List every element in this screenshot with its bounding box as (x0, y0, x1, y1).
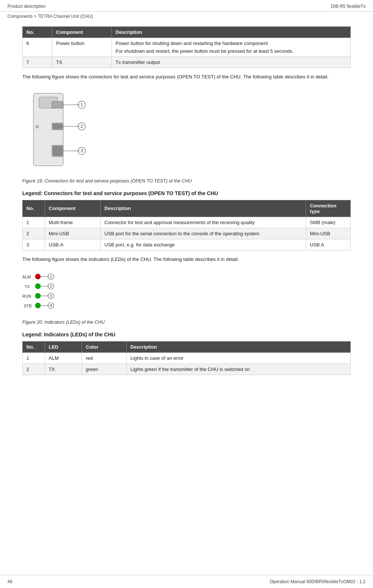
cell-no: 3 (23, 239, 45, 250)
conn-col-component: Component (45, 200, 101, 217)
svg-text:3: 3 (81, 148, 83, 154)
cell-description: USB port, e.g. for data exchange (101, 239, 306, 250)
cell-no: 1 (23, 217, 45, 228)
cell-description: Power button for shutting down and resta… (112, 38, 351, 57)
cell-description: Lights green if the transmitter of the C… (127, 364, 351, 375)
top-table: No. Component Description 6Power buttonP… (22, 26, 351, 68)
svg-text:3: 3 (50, 294, 52, 298)
conn-col-no: No. (23, 200, 45, 217)
cell-no: 6 (23, 38, 52, 57)
leds-col-description: Description (127, 342, 351, 353)
svg-point-18 (35, 274, 40, 279)
cell-no: 2 (23, 364, 45, 375)
svg-text:2: 2 (81, 124, 83, 129)
svg-text:1: 1 (81, 102, 83, 107)
cell-color: red (82, 353, 127, 364)
table-row: 6Power buttonPower button for shutting d… (23, 38, 351, 57)
cell-component: TX (52, 57, 112, 68)
cell-no: 2 (23, 228, 45, 239)
legend-connectors-title: Legend: Connectors for test and service … (22, 190, 351, 196)
header-right: DIB-R5 flexibleTx (331, 4, 366, 9)
table-row: 1ALMredLights in case of an error (23, 353, 351, 364)
svg-point-33 (35, 303, 40, 308)
figure20-caption: Figure 20: Indicators (LEDs) of the CHU (22, 320, 351, 325)
cell-connection_type: USB A (306, 239, 351, 250)
cell-led: TX (45, 364, 82, 375)
svg-text:ALM: ALM (22, 275, 31, 279)
figure20-container: ALM 1 TX 2 RUN 3 STB (22, 268, 351, 325)
svg-rect-5 (53, 124, 62, 129)
connector-diagram: 1 2 3 (22, 90, 108, 171)
led-diagram: ALM 1 TX 2 RUN 3 STB (22, 272, 89, 314)
led-section-text: The following figure shows the indicator… (22, 256, 351, 263)
svg-text:TX: TX (25, 284, 30, 289)
footer-page-number: 46 (7, 579, 12, 584)
top-table-col-no: No. (23, 27, 52, 38)
leds-col-led: LED (45, 342, 82, 353)
top-table-col-description: Description (112, 27, 351, 38)
svg-point-28 (35, 293, 40, 298)
figure19-caption: Figure 19: Connectors for test and servi… (22, 178, 351, 184)
svg-text:RUN: RUN (22, 294, 31, 298)
svg-text:STB: STB (24, 304, 32, 308)
cell-no: 1 (23, 353, 45, 364)
connector-section-text: The following figure shows the connector… (22, 73, 351, 81)
leds-col-color: Color (82, 342, 127, 353)
figure19-container: 1 2 3 Figure 19: Connectors for test and… (22, 86, 351, 184)
svg-point-23 (35, 284, 40, 289)
connector-svg: 1 2 3 (22, 90, 108, 171)
svg-rect-7 (53, 146, 62, 155)
table-row: 2Mini-USBUSB port for the serial connect… (23, 228, 351, 239)
page-header: Product description DIB-R5 flexibleTx (0, 0, 373, 12)
table-row: 2TXgreenLights green if the transmitter … (23, 364, 351, 375)
cell-connection_type: SMB (male) (306, 217, 351, 228)
cell-color: green (82, 364, 127, 375)
led-svg: ALM 1 TX 2 RUN 3 STB (22, 272, 89, 313)
page-footer: 46 Operation Manual 90DIBR5flexibleTxOM0… (0, 575, 373, 588)
cell-component: USB-A (45, 239, 101, 250)
main-content: No. Component Description 6Power buttonP… (0, 23, 373, 403)
leds-col-no: No. (23, 342, 45, 353)
connectors-table: No. Component Description Connection typ… (22, 200, 351, 251)
cell-no: 7 (23, 57, 52, 68)
cell-component: Power button (52, 38, 112, 57)
table-row: 7TXTx transmitter output (23, 57, 351, 68)
table-row: 1Multi-frameConnector for test and appro… (23, 217, 351, 228)
cell-description: Connector for test and approval measurem… (101, 217, 306, 228)
breadcrumb: Components > TETRA Channel Unit (CHU) (0, 12, 373, 23)
svg-text:1: 1 (50, 274, 52, 279)
svg-text:4: 4 (50, 303, 52, 308)
cell-component: Multi-frame (45, 217, 101, 228)
cell-led: ALM (45, 353, 82, 364)
cell-connection_type: Mini-USB (306, 228, 351, 239)
table-row: 3USB-AUSB port, e.g. for data exchangeUS… (23, 239, 351, 250)
cell-component: Mini-USB (45, 228, 101, 239)
footer-doc-info: Operation Manual 90DIBR5flexibleTxOM02 -… (270, 579, 366, 584)
conn-col-connection: Connection type (306, 200, 351, 217)
leds-table: No. LED Color Description 1ALMredLights … (22, 341, 351, 375)
cell-description: USB port for the serial connection to th… (101, 228, 306, 239)
svg-rect-3 (52, 101, 63, 108)
cell-description: Tx transmitter output (112, 57, 351, 68)
conn-col-description: Description (101, 200, 306, 217)
svg-point-2 (36, 125, 39, 128)
legend-leds-title: Legend: Indicators (LEDs) of the CHU (22, 332, 351, 337)
top-table-col-component: Component (52, 27, 112, 38)
svg-text:2: 2 (50, 284, 52, 288)
cell-description: Lights in case of an error (127, 353, 351, 364)
header-left: Product description (7, 4, 46, 9)
